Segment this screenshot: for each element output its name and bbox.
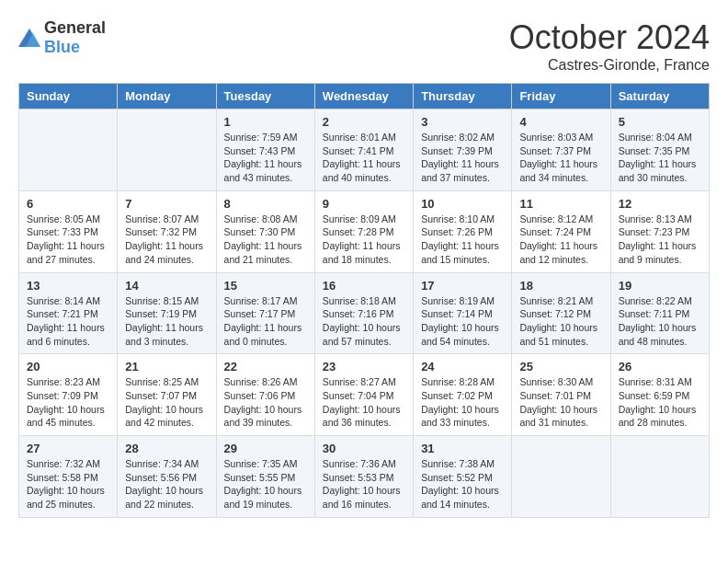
cell-info: Sunrise: 8:01 AMSunset: 7:41 PMDaylight:… (323, 131, 405, 185)
day-number: 27 (27, 442, 109, 455)
cell-info: Sunrise: 8:26 AMSunset: 7:06 PMDaylight:… (224, 375, 307, 430)
day-number: 18 (519, 279, 602, 293)
cell-0-3: 2Sunrise: 8:01 AMSunset: 7:41 PMDaylight… (314, 109, 413, 191)
cell-4-0: 27Sunrise: 7:32 AMSunset: 5:58 PMDayligh… (19, 436, 118, 518)
cell-2-5: 18Sunrise: 8:21 AMSunset: 7:12 PMDayligh… (512, 272, 610, 354)
day-number: 3 (421, 115, 504, 129)
week-row-3: 13Sunrise: 8:14 AMSunset: 7:21 PMDayligh… (19, 272, 710, 354)
cell-2-3: 16Sunrise: 8:18 AMSunset: 7:16 PMDayligh… (314, 272, 413, 354)
col-thursday: Thursday (414, 84, 512, 109)
cell-info: Sunrise: 8:09 AMSunset: 7:28 PMDaylight:… (323, 213, 405, 267)
cell-2-6: 19Sunrise: 8:22 AMSunset: 7:11 PMDayligh… (610, 272, 709, 354)
col-sunday: Sunday (19, 84, 118, 109)
day-number: 25 (519, 360, 602, 373)
cell-2-4: 17Sunrise: 8:19 AMSunset: 7:14 PMDayligh… (414, 272, 512, 354)
day-number: 17 (421, 279, 504, 293)
cell-1-3: 9Sunrise: 8:09 AMSunset: 7:28 PMDaylight… (314, 190, 413, 272)
cell-info: Sunrise: 7:59 AMSunset: 7:43 PMDaylight:… (224, 131, 307, 185)
cell-2-1: 14Sunrise: 8:15 AMSunset: 7:19 PMDayligh… (118, 272, 216, 354)
col-wednesday: Wednesday (314, 84, 413, 109)
day-number: 30 (323, 442, 405, 455)
cell-info: Sunrise: 7:36 AMSunset: 5:53 PMDaylight:… (323, 457, 405, 511)
day-number: 29 (224, 442, 307, 455)
cell-2-2: 15Sunrise: 8:17 AMSunset: 7:17 PMDayligh… (216, 272, 314, 354)
day-number: 31 (421, 442, 504, 455)
cell-3-5: 25Sunrise: 8:30 AMSunset: 7:01 PMDayligh… (512, 354, 610, 436)
cell-0-4: 3Sunrise: 8:02 AMSunset: 7:39 PMDaylight… (414, 109, 512, 191)
day-number: 12 (619, 197, 701, 211)
cell-info: Sunrise: 8:03 AMSunset: 7:37 PMDaylight:… (519, 131, 602, 185)
week-row-2: 6Sunrise: 8:05 AMSunset: 7:33 PMDaylight… (19, 190, 710, 272)
cell-info: Sunrise: 8:07 AMSunset: 7:32 PMDaylight:… (125, 213, 208, 267)
day-number: 19 (619, 279, 701, 293)
cell-0-5: 4Sunrise: 8:03 AMSunset: 7:37 PMDaylight… (512, 109, 610, 191)
cell-3-3: 23Sunrise: 8:27 AMSunset: 7:04 PMDayligh… (314, 354, 413, 436)
cell-3-0: 20Sunrise: 8:23 AMSunset: 7:09 PMDayligh… (19, 354, 118, 436)
cell-1-0: 6Sunrise: 8:05 AMSunset: 7:33 PMDaylight… (19, 190, 118, 272)
cell-info: Sunrise: 8:13 AMSunset: 7:23 PMDaylight:… (619, 213, 701, 267)
cell-info: Sunrise: 8:18 AMSunset: 7:16 PMDaylight:… (323, 294, 405, 349)
col-friday: Friday (512, 84, 610, 109)
day-number: 15 (224, 279, 307, 293)
day-number: 16 (323, 279, 405, 293)
cell-info: Sunrise: 8:25 AMSunset: 7:07 PMDaylight:… (125, 375, 208, 430)
cell-info: Sunrise: 8:08 AMSunset: 7:30 PMDaylight:… (224, 213, 307, 267)
cell-info: Sunrise: 8:15 AMSunset: 7:19 PMDaylight:… (125, 294, 208, 349)
cell-info: Sunrise: 8:28 AMSunset: 7:02 PMDaylight:… (421, 375, 504, 430)
day-number: 1 (224, 115, 307, 129)
week-row-5: 27Sunrise: 7:32 AMSunset: 5:58 PMDayligh… (19, 436, 710, 518)
cell-3-4: 24Sunrise: 8:28 AMSunset: 7:02 PMDayligh… (414, 354, 512, 436)
title-block: October 2024 Castres-Gironde, France (509, 18, 710, 74)
day-number: 26 (619, 360, 701, 373)
logo-text: General Blue (44, 18, 106, 57)
week-row-4: 20Sunrise: 8:23 AMSunset: 7:09 PMDayligh… (19, 354, 710, 436)
cell-info: Sunrise: 8:14 AMSunset: 7:21 PMDaylight:… (27, 294, 109, 349)
cell-info: Sunrise: 7:35 AMSunset: 5:55 PMDaylight:… (224, 457, 307, 511)
logo-general: General (44, 18, 106, 37)
cell-info: Sunrise: 8:05 AMSunset: 7:33 PMDaylight:… (27, 213, 109, 267)
cell-3-6: 26Sunrise: 8:31 AMSunset: 6:59 PMDayligh… (610, 354, 709, 436)
cell-3-2: 22Sunrise: 8:26 AMSunset: 7:06 PMDayligh… (216, 354, 314, 436)
month-title: October 2024 (509, 18, 710, 57)
day-number: 8 (224, 197, 307, 211)
cell-4-2: 29Sunrise: 7:35 AMSunset: 5:55 PMDayligh… (216, 436, 314, 518)
cell-info: Sunrise: 7:32 AMSunset: 5:58 PMDaylight:… (27, 457, 109, 511)
cell-info: Sunrise: 8:12 AMSunset: 7:24 PMDaylight:… (519, 213, 602, 267)
col-monday: Monday (118, 84, 216, 109)
cell-4-5 (512, 436, 610, 518)
cell-info: Sunrise: 8:17 AMSunset: 7:17 PMDaylight:… (224, 294, 307, 349)
day-number: 10 (421, 197, 504, 211)
cell-info: Sunrise: 8:04 AMSunset: 7:35 PMDaylight:… (619, 131, 701, 185)
day-number: 7 (125, 197, 208, 211)
cell-0-1 (118, 109, 216, 191)
day-number: 20 (27, 360, 109, 373)
day-number: 6 (27, 197, 109, 211)
cell-info: Sunrise: 8:19 AMSunset: 7:14 PMDaylight:… (421, 294, 504, 349)
logo: General Blue (18, 18, 106, 57)
day-number: 23 (323, 360, 405, 373)
cell-info: Sunrise: 8:27 AMSunset: 7:04 PMDaylight:… (323, 375, 405, 430)
header-row: Sunday Monday Tuesday Wednesday Thursday… (19, 84, 710, 109)
page-header: General Blue October 2024 Castres-Girond… (18, 18, 710, 74)
cell-4-6 (610, 436, 709, 518)
day-number: 28 (125, 442, 208, 455)
cell-1-1: 7Sunrise: 8:07 AMSunset: 7:32 PMDaylight… (118, 190, 216, 272)
cell-1-5: 11Sunrise: 8:12 AMSunset: 7:24 PMDayligh… (512, 190, 610, 272)
week-row-1: 1Sunrise: 7:59 AMSunset: 7:43 PMDaylight… (19, 109, 710, 191)
day-number: 22 (224, 360, 307, 373)
cell-1-4: 10Sunrise: 8:10 AMSunset: 7:26 PMDayligh… (414, 190, 512, 272)
calendar-table: Sunday Monday Tuesday Wednesday Thursday… (18, 83, 710, 518)
cell-4-4: 31Sunrise: 7:38 AMSunset: 5:52 PMDayligh… (414, 436, 512, 518)
day-number: 11 (519, 197, 602, 211)
col-tuesday: Tuesday (216, 84, 314, 109)
logo-blue: Blue (44, 38, 80, 56)
cell-info: Sunrise: 8:10 AMSunset: 7:26 PMDaylight:… (421, 213, 504, 267)
logo-icon (18, 29, 40, 47)
day-number: 14 (125, 279, 208, 293)
cell-0-6: 5Sunrise: 8:04 AMSunset: 7:35 PMDaylight… (610, 109, 709, 191)
day-number: 24 (421, 360, 504, 373)
day-number: 21 (125, 360, 208, 373)
cell-1-6: 12Sunrise: 8:13 AMSunset: 7:23 PMDayligh… (610, 190, 709, 272)
day-number: 13 (27, 279, 109, 293)
cell-info: Sunrise: 7:38 AMSunset: 5:52 PMDaylight:… (421, 457, 504, 511)
